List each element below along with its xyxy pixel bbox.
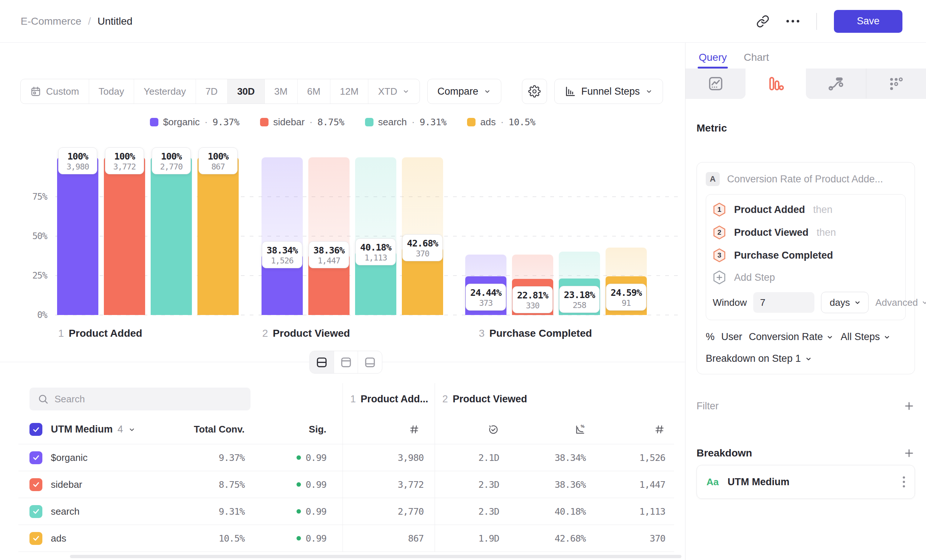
legend-separator: · <box>501 117 504 128</box>
measure-entity[interactable]: User <box>721 331 742 343</box>
measure-scope-dropdown[interactable]: All Steps <box>841 331 891 343</box>
funnel-bar-sidebar[interactable]: 100%3,772 <box>104 157 145 315</box>
row-checkbox[interactable] <box>29 505 42 518</box>
header-actions: Save <box>756 10 902 33</box>
date-range-today[interactable]: Today <box>89 79 134 103</box>
date-range-6m[interactable]: 6M <box>298 79 330 103</box>
funnel-step-group-2: 38.34%1,52638.36%1,44740.18%1,11342.68%3… <box>262 157 443 315</box>
funnel-bar-search[interactable]: 40.18%1,113 <box>355 157 396 315</box>
chart-settings-button[interactable] <box>522 79 547 104</box>
row-checkbox[interactable] <box>29 478 42 491</box>
avg-time-icon <box>488 424 499 435</box>
date-range-xtd[interactable]: XTD <box>368 79 419 103</box>
copy-link-icon[interactable] <box>756 15 769 28</box>
bar-pct-value: 38.34% <box>267 245 298 256</box>
measure-metric-dropdown[interactable]: Conversion Rate <box>749 331 834 343</box>
funnel-step-label-1: 1Product Added <box>58 327 142 339</box>
funnel-bar-organic[interactable]: 24.44%373 <box>465 157 507 315</box>
row-checkbox[interactable] <box>29 532 42 545</box>
more-options-icon[interactable] <box>787 20 799 23</box>
window-value-input[interactable] <box>753 292 814 313</box>
add-step-button[interactable]: Add Step <box>713 267 899 288</box>
add-breakdown-icon[interactable] <box>903 447 915 459</box>
date-range-label: Yesterday <box>144 86 186 97</box>
date-range-yesterday[interactable]: Yesterday <box>134 79 196 103</box>
tab-query[interactable]: Query <box>699 51 727 68</box>
select-all-checkbox[interactable] <box>29 423 42 436</box>
search-input[interactable] <box>54 394 242 405</box>
breakdown-on-step-dropdown[interactable]: Breakdown on Step 1 <box>706 353 906 364</box>
row-checkbox[interactable] <box>29 451 42 464</box>
save-button[interactable]: Save <box>834 10 902 33</box>
group-by-header[interactable]: UTM Medium4 <box>46 415 178 444</box>
step2-conversion-header[interactable]: % <box>514 415 601 444</box>
chevron-down-icon <box>128 425 136 434</box>
chevron-down-icon <box>853 298 861 307</box>
step1-count-header[interactable] <box>343 415 435 444</box>
breakdown-item-utm-medium[interactable]: Aa UTM Medium <box>696 465 915 499</box>
funnel-bar-search[interactable]: 23.18%258 <box>559 157 600 315</box>
advanced-dropdown[interactable]: Advanced <box>875 297 926 308</box>
legend-item-organic[interactable]: $organic·9.37% <box>150 117 239 128</box>
add-filter-icon[interactable] <box>903 400 915 412</box>
window-unit-dropdown[interactable]: days <box>821 292 869 313</box>
legend-label: sidebar <box>273 117 305 128</box>
step-name: Product Added <box>69 327 142 339</box>
funnel-bar-organic[interactable]: 38.34%1,526 <box>262 157 303 315</box>
kebab-menu-icon[interactable] <box>903 476 905 487</box>
search-cell <box>18 383 343 415</box>
date-range-custom[interactable]: Custom <box>21 79 89 103</box>
chevron-down-icon <box>483 87 491 95</box>
bar-pct-value: 38.36% <box>313 245 344 256</box>
funnel-bar-ads[interactable]: 42.68%370 <box>402 157 443 315</box>
tab-chart[interactable]: Chart <box>744 51 769 68</box>
step2-count-header[interactable] <box>601 415 674 444</box>
funnel-bar-search[interactable]: 100%2,770 <box>151 157 192 315</box>
bar-count-value: 2,770 <box>157 162 186 171</box>
search-box[interactable] <box>29 387 250 410</box>
funnel-bar-sidebar[interactable]: 38.36%1,447 <box>308 157 350 315</box>
funnel-bar-fill <box>57 157 98 315</box>
legend-item-search[interactable]: search·9.31% <box>365 117 446 128</box>
step2-time-header[interactable] <box>435 415 514 444</box>
report-type-tab-insights-chart[interactable] <box>685 68 746 99</box>
legend-item-sidebar[interactable]: sidebar·8.75% <box>260 117 344 128</box>
date-range-3m[interactable]: 3M <box>265 79 298 103</box>
horizontal-scrollbar[interactable] <box>70 555 681 558</box>
row-checkbox-cell <box>18 525 46 551</box>
table-row-ads: ads10.5%0.998671.9D42.68%370 <box>18 525 674 552</box>
metric-badge: A <box>706 172 720 186</box>
metric-step-1[interactable]: 1Product Addedthen <box>713 198 899 221</box>
funnel-bar-ads[interactable]: 24.59%91 <box>605 157 647 315</box>
metric-title-row[interactable]: A Conversion Rate of Product Adde... <box>706 172 906 186</box>
date-range-12m[interactable]: 12M <box>330 79 369 103</box>
report-type-tab-retention-dots[interactable] <box>866 68 926 99</box>
chevron-down-icon <box>402 87 410 95</box>
report-type-tab-flows[interactable] <box>806 68 866 99</box>
view-toggle-split-view[interactable] <box>310 351 334 373</box>
view-toggle-chart-only[interactable] <box>334 351 359 373</box>
report-type-tab-funnel-bars[interactable] <box>746 68 806 99</box>
bar-value-label: 100%2,770 <box>152 147 191 174</box>
chart-type-dropdown[interactable]: Funnel Steps <box>554 79 663 104</box>
chevron-down-icon <box>645 87 653 95</box>
view-toggle-table-only[interactable] <box>358 351 382 373</box>
bar-value-label: 22.81%330 <box>512 286 553 313</box>
add-step-hexagon-icon <box>713 270 726 285</box>
funnel-bar-ads[interactable]: 100%867 <box>197 157 239 315</box>
compare-button[interactable]: Compare <box>427 79 501 104</box>
total-conv-header[interactable]: Total Conv. <box>178 415 245 444</box>
sig-header[interactable]: Sig. <box>245 415 343 444</box>
date-range-30d[interactable]: 30D <box>228 79 265 103</box>
bar-pct-value: 23.18% <box>564 289 595 300</box>
funnel-bar-sidebar[interactable]: 22.81%330 <box>512 157 553 315</box>
funnel-bar-organic[interactable]: 100%3,980 <box>57 157 98 315</box>
breadcrumb-current[interactable]: Untitled <box>98 15 133 27</box>
header-checkbox-cell <box>18 415 46 444</box>
date-range-7d[interactable]: 7D <box>196 79 228 103</box>
metric-step-2[interactable]: 2Product Viewedthen <box>713 221 899 244</box>
breadcrumb-parent[interactable]: E-Commerce <box>21 15 82 27</box>
percent-icon: % <box>706 331 714 343</box>
metric-step-3[interactable]: 3Purchase Completed <box>713 244 899 267</box>
legend-item-ads[interactable]: ads·10.5% <box>467 117 535 128</box>
